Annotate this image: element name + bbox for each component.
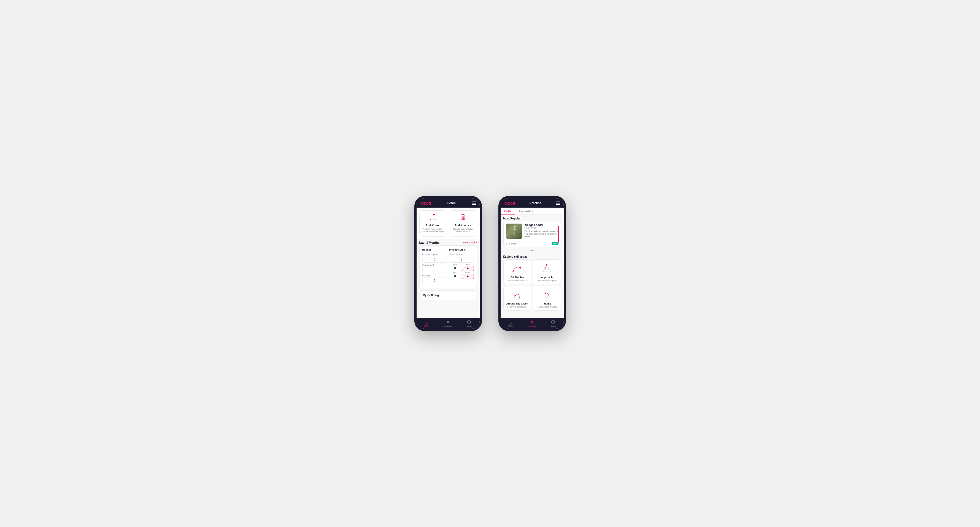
add-round-icon (422, 213, 445, 223)
home-nav-label: Home (424, 325, 430, 327)
practice-nav-activities[interactable]: Activities (522, 318, 542, 329)
svg-point-38 (531, 321, 533, 322)
home-bottom-nav: ⌂ Home Activities (417, 318, 480, 329)
qtt-item: QTT 0 (449, 264, 461, 271)
practice-home-nav-label: Home (508, 325, 514, 327)
svg-point-19 (507, 243, 508, 244)
practice-hamburger-line-2 (556, 203, 560, 203)
drill-badge: APP (552, 242, 558, 245)
tab-drills[interactable]: Drills (501, 208, 515, 214)
featured-card-footer: 9 shots APP (504, 241, 561, 247)
practice-capture-nav-label: Capture (550, 326, 557, 328)
skill-approach[interactable]: Approach Dial-in to hit the green (533, 259, 561, 284)
pagination-dots (501, 249, 564, 253)
svg-point-13 (447, 321, 449, 322)
hamburger-menu-icon[interactable] (472, 202, 476, 205)
practice-app-logo: clippd (504, 201, 515, 205)
app-value: 4 (462, 266, 474, 271)
putt-value: 4 (462, 274, 474, 279)
home-header-title: Home (447, 201, 456, 205)
shots-icon (506, 243, 509, 245)
svg-point-24 (544, 268, 546, 270)
app-label: APP (462, 264, 474, 266)
activity-header: Last 3 Months View Activity (417, 239, 480, 245)
approach-title: Approach (541, 276, 553, 279)
home-header: clippd Home (417, 198, 480, 208)
off-the-tee-title: Off The Tee (511, 276, 524, 279)
featured-card-inner: Wedge Ladder ☆ 50–100 yds Play 1 shot at… (504, 221, 561, 241)
featured-drill-distance: 50–100 yds (525, 227, 558, 229)
putting-desc: Make and lag practice (537, 306, 557, 308)
around-green-title: Around The Green (506, 302, 528, 305)
practice-activities-nav-icon (530, 320, 534, 325)
app-item: APP 4 (462, 264, 474, 271)
phone-2-screen: clippd Practice Drills Favourites Most P… (501, 198, 564, 329)
phone-1-screen: clippd Home (417, 198, 480, 329)
home-nav-icon: ⌂ (426, 320, 428, 324)
drill-image-bg (506, 224, 522, 239)
practice-drills-title: Practice Drills (449, 248, 474, 252)
skill-putting[interactable]: Putting Make and lag practice (533, 286, 561, 311)
arg-label: ARG (449, 272, 461, 274)
putting-svg (541, 289, 553, 301)
practice-nav-home[interactable]: ⌂ Home (501, 318, 522, 329)
skill-around-green[interactable]: Around The Green Hone your short game (503, 286, 531, 311)
hamburger-line-1 (472, 202, 476, 202)
approach-svg (541, 263, 553, 275)
nav-activities[interactable]: Activities (438, 318, 458, 329)
svg-point-27 (546, 271, 547, 272)
nav-capture[interactable]: Capture (458, 318, 479, 329)
hamburger-line-2 (472, 203, 476, 203)
skill-off-the-tee[interactable]: Off The Tee Power and accuracy (503, 259, 531, 284)
off-the-tee-desc: Power and accuracy (508, 279, 527, 282)
putting-icon-area (540, 289, 554, 301)
drills-sub-grid: QTT 0 APP 4 ARG 0 (449, 264, 474, 279)
featured-drill-card[interactable]: Wedge Ladder ☆ 50–100 yds Play 1 shot at… (503, 221, 561, 247)
svg-point-28 (550, 271, 551, 272)
svg-rect-9 (462, 214, 464, 215)
phone-1: clippd Home (414, 196, 482, 331)
add-round-desc: Record your shots in fast or enhanced mo… (422, 228, 445, 233)
practice-label: Practice (422, 275, 447, 277)
my-golf-bag-item[interactable]: My Golf Bag › (419, 290, 477, 300)
practice-nav-capture[interactable]: Capture (542, 318, 563, 329)
dot-3 (534, 250, 535, 251)
qtt-value: 0 (449, 266, 461, 271)
app-logo: clippd (420, 201, 431, 205)
svg-point-35 (546, 298, 547, 299)
add-practice-card[interactable]: Add Practice Capture your practice off-t… (449, 210, 477, 237)
my-golf-bag-title: My Golf Bag (423, 294, 439, 297)
hamburger-line-3 (472, 204, 476, 205)
view-activity-link[interactable]: View Activity (463, 241, 477, 244)
practice-hamburger-icon[interactable] (556, 202, 560, 205)
last-3-months-title: Last 3 Months (419, 241, 440, 244)
rounds-column: Rounds Rounds Capture 0 Tournament 0 Pra… (422, 248, 447, 285)
capture-nav-label: Capture (466, 326, 473, 328)
nav-home[interactable]: ⌂ Home (417, 318, 438, 329)
add-round-card[interactable]: Add Round Record your shots in fast or e… (419, 210, 447, 237)
svg-rect-4 (433, 214, 435, 215)
most-popular-title: Most Popular (501, 215, 564, 221)
add-practice-desc: Capture your practice off-the-course (452, 228, 474, 233)
side-scroll-indicator (558, 226, 559, 243)
rounds-capture-label: Rounds Capture (422, 253, 447, 256)
activities-nav-label: Activities (444, 326, 452, 328)
drills-capture-label: Drills Capture (449, 253, 474, 256)
practice-header: clippd Practice (501, 198, 564, 208)
tab-favourites[interactable]: Favourites (515, 208, 537, 214)
off-the-tee-icon-area (510, 262, 524, 275)
featured-drill-title: Wedge Ladder (525, 224, 544, 227)
putt-label: PUTT (462, 272, 474, 274)
around-green-desc: Hone your short game (507, 306, 527, 308)
around-green-icon-area (510, 289, 524, 301)
dot-2 (531, 250, 533, 251)
stats-container: Rounds Rounds Capture 0 Tournament 0 Pra… (419, 245, 477, 288)
featured-drill-info: Wedge Ladder ☆ 50–100 yds Play 1 shot at… (525, 224, 558, 239)
featured-drill-desc: Play 1 shot at each target yardage. If y… (525, 230, 558, 238)
add-round-title: Add Round (422, 224, 445, 227)
svg-point-25 (548, 268, 549, 270)
rounds-capture-value: 0 (422, 256, 447, 263)
phones-container: clippd Home (414, 196, 566, 331)
drills-capture-value: 8 (449, 256, 474, 263)
dot-1 (529, 250, 530, 251)
